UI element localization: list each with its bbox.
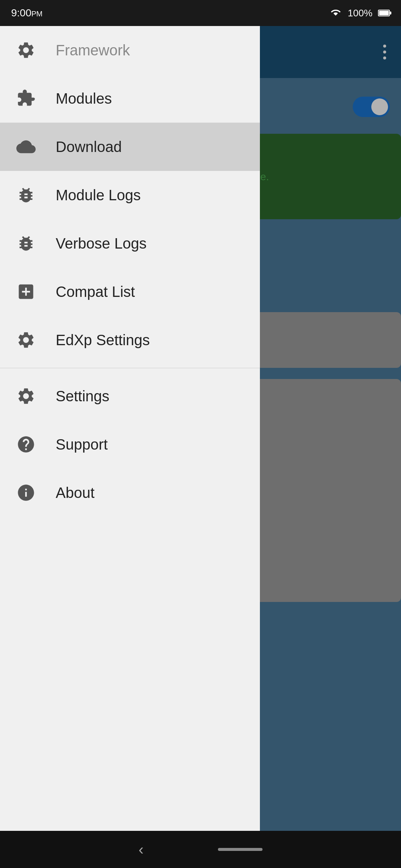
compat-list-label: Compat List: [56, 284, 135, 300]
sidebar-item-modules[interactable]: Modules: [0, 74, 260, 123]
sidebar-item-framework[interactable]: Framework: [0, 26, 260, 74]
about-label: About: [56, 485, 95, 501]
home-indicator[interactable]: [218, 848, 263, 851]
battery-icon: [378, 10, 390, 16]
sidebar-item-settings[interactable]: Settings: [0, 372, 260, 420]
edxp-gear-icon: [15, 329, 37, 351]
download-label: Download: [56, 139, 122, 155]
battery-percentage: 100%: [348, 7, 373, 19]
status-bar: 9:00PM 100%: [0, 0, 401, 26]
sidebar-item-verbose-logs[interactable]: Verbose Logs: [0, 219, 260, 268]
sidebar-item-compat-list[interactable]: Compat List: [0, 268, 260, 316]
module-logs-label: Module Logs: [56, 187, 141, 204]
cloud-download-icon: [15, 136, 37, 158]
framework-label: Framework: [56, 42, 130, 59]
back-button[interactable]: ‹: [138, 841, 143, 858]
sidebar-item-edxp-settings[interactable]: EdXp Settings: [0, 316, 260, 364]
verbose-logs-label: Verbose Logs: [56, 235, 147, 252]
sidebar-item-module-logs[interactable]: Module Logs: [0, 171, 260, 219]
info-circle-icon: [15, 482, 37, 504]
sidebar-item-support[interactable]: Support: [0, 420, 260, 469]
sidebar-item-download[interactable]: Download: [0, 123, 260, 171]
status-right: 100%: [329, 7, 390, 19]
puzzle-icon: [15, 87, 37, 110]
support-label: Support: [56, 436, 108, 453]
settings-gear-icon: [15, 385, 37, 407]
bottom-nav: ‹: [0, 831, 401, 868]
status-time: 9:00PM: [11, 7, 43, 19]
nav-divider: [0, 368, 260, 368]
plus-box-icon: [15, 281, 37, 303]
sidebar-item-about[interactable]: About: [0, 469, 260, 517]
help-circle-icon: [15, 433, 37, 456]
wifi-icon: [329, 8, 342, 18]
edxp-settings-label: EdXp Settings: [56, 332, 150, 349]
gear-icon: [15, 39, 37, 61]
settings-label: Settings: [56, 388, 110, 405]
nav-drawer: Framework Modules Download Module Logs: [0, 26, 260, 831]
bug-icon-module: [15, 184, 37, 206]
bug-icon-verbose: [15, 232, 37, 255]
modules-label: Modules: [56, 90, 112, 107]
